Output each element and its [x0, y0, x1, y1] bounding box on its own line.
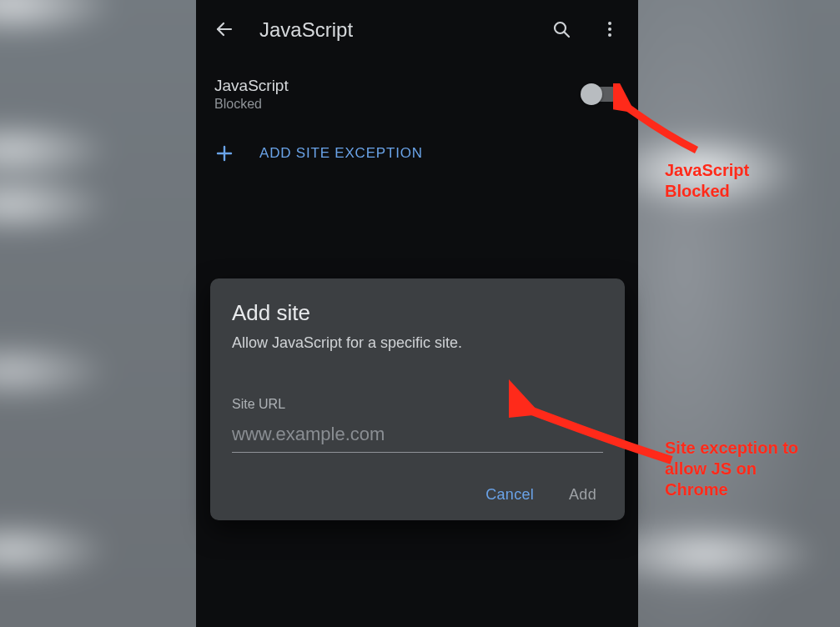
phone-screen: JavaScript JavaScript Blocked ADD SITE E… — [196, 0, 638, 627]
svg-point-3 — [608, 22, 611, 25]
javascript-toggle[interactable] — [583, 87, 620, 102]
add-button[interactable]: Add — [566, 481, 600, 509]
dialog-description: Allow JavaScript for a specific site. — [232, 334, 603, 352]
cancel-button[interactable]: Cancel — [482, 481, 537, 509]
overflow-menu-button[interactable] — [596, 17, 623, 43]
annotation-text: JavaScriptBlocked — [665, 160, 749, 202]
arrow-back-icon — [214, 19, 234, 42]
add-site-dialog: Add site Allow JavaScript for a specific… — [210, 278, 625, 520]
plus-icon — [214, 143, 234, 163]
add-exception-label: ADD SITE EXCEPTION — [259, 145, 423, 162]
app-bar: JavaScript — [196, 0, 638, 60]
site-url-label: Site URL — [232, 397, 603, 412]
toggle-knob-icon — [581, 83, 602, 105]
dialog-actions: Cancel Add — [232, 481, 603, 509]
annotation-text: Site exception toallow JS onChrome — [665, 438, 798, 500]
page-title: JavaScript — [259, 18, 526, 42]
search-icon — [551, 19, 571, 42]
add-site-exception-button[interactable]: ADD SITE EXCEPTION — [196, 125, 638, 182]
svg-point-5 — [608, 33, 611, 37]
setting-title: JavaScript — [214, 77, 583, 95]
javascript-toggle-row[interactable]: JavaScript Blocked — [196, 60, 638, 125]
dialog-title: Add site — [232, 300, 603, 326]
search-button[interactable] — [548, 17, 575, 43]
more-vert-icon — [600, 19, 620, 42]
svg-point-4 — [608, 28, 611, 31]
svg-line-2 — [564, 32, 569, 37]
site-url-input[interactable] — [232, 420, 603, 453]
setting-status: Blocked — [214, 97, 583, 112]
back-button[interactable] — [211, 17, 238, 43]
setting-texts: JavaScript Blocked — [214, 77, 583, 112]
